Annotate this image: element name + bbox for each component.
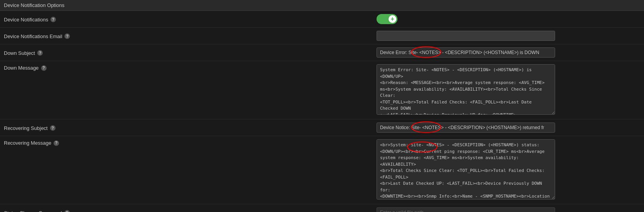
recovering-subject-row: Recovering Subject ? <box>0 119 644 136</box>
status-change-command-label-col: Status Change Command ? <box>4 209 377 212</box>
device-notifications-label: Device Notifications <box>4 17 48 23</box>
device-notifications-toggle[interactable] <box>377 14 398 24</box>
device-notifications-email-help-icon[interactable]: ? <box>64 33 70 39</box>
device-notifications-email-label-col: Device Notifications Email ? <box>4 33 377 39</box>
recovering-message-label-col: Recovering Message ? <box>4 139 377 146</box>
status-change-command-input[interactable] <box>377 207 555 212</box>
recovering-message-input-col: <br>System: Site- <NOTES> - <DESCRIPTION… <box>377 139 640 201</box>
recovering-subject-label-col: Recovering Subject ? <box>4 124 377 131</box>
status-change-command-input-col <box>377 207 640 212</box>
recovering-subject-label: Recovering Subject <box>4 125 48 131</box>
down-subject-label-col: Down Subject ? <box>4 49 377 56</box>
recovering-message-row: Recovering Message ? <br>System: Site- <… <box>0 136 644 204</box>
device-notifications-input-col <box>377 14 640 24</box>
down-message-help-icon[interactable]: ? <box>41 65 47 71</box>
down-subject-label: Down Subject <box>4 50 35 56</box>
device-notifications-email-row: Device Notifications Email ? <box>0 28 644 44</box>
down-subject-row: Down Subject ? <box>0 44 644 61</box>
down-subject-input-wrapper <box>377 47 640 58</box>
down-subject-input[interactable] <box>377 47 555 58</box>
status-change-command-row: Status Change Command ? <box>0 204 644 212</box>
toggle-knob <box>389 15 396 23</box>
status-change-command-label: Status Change Command <box>4 210 62 212</box>
down-message-label-col: Down Message ? <box>4 64 377 71</box>
recovering-message-textarea[interactable]: <br>System: Site- <NOTES> - <DESCRIPTION… <box>377 139 555 200</box>
down-subject-help-icon[interactable]: ? <box>37 50 43 56</box>
device-notifications-label-col: Device Notifications ? <box>4 16 377 23</box>
recovering-subject-input-col <box>377 123 640 133</box>
down-message-input-col: System Error: Site- <NOTES> - <DESCRIPTI… <box>377 64 640 116</box>
device-notifications-email-input[interactable] <box>377 31 555 41</box>
device-notifications-row: Device Notifications ? <box>0 11 644 28</box>
down-subject-input-col <box>377 47 640 58</box>
recovering-subject-input[interactable] <box>377 123 555 133</box>
down-message-label: Down Message <box>4 65 39 71</box>
recovering-subject-help-icon[interactable]: ? <box>50 125 56 131</box>
device-notifications-help-icon[interactable]: ? <box>50 17 56 22</box>
device-notifications-email-label: Device Notifications Email <box>4 33 62 39</box>
down-message-textarea[interactable]: System Error: Site- <NOTES> - <DESCRIPTI… <box>377 64 555 115</box>
section-header: Device Notification Options <box>0 0 644 11</box>
recovering-subject-input-wrapper <box>377 123 640 133</box>
device-notifications-email-input-col <box>377 31 640 41</box>
status-change-command-help-icon[interactable]: ? <box>64 210 70 212</box>
recovering-message-label: Recovering Message <box>4 140 51 146</box>
down-message-row: Down Message ? System Error: Site- <NOTE… <box>0 61 644 119</box>
recovering-message-help-icon[interactable]: ? <box>54 140 59 146</box>
recovering-message-input-wrapper: <br>System: Site- <NOTES> - <DESCRIPTION… <box>377 139 640 201</box>
